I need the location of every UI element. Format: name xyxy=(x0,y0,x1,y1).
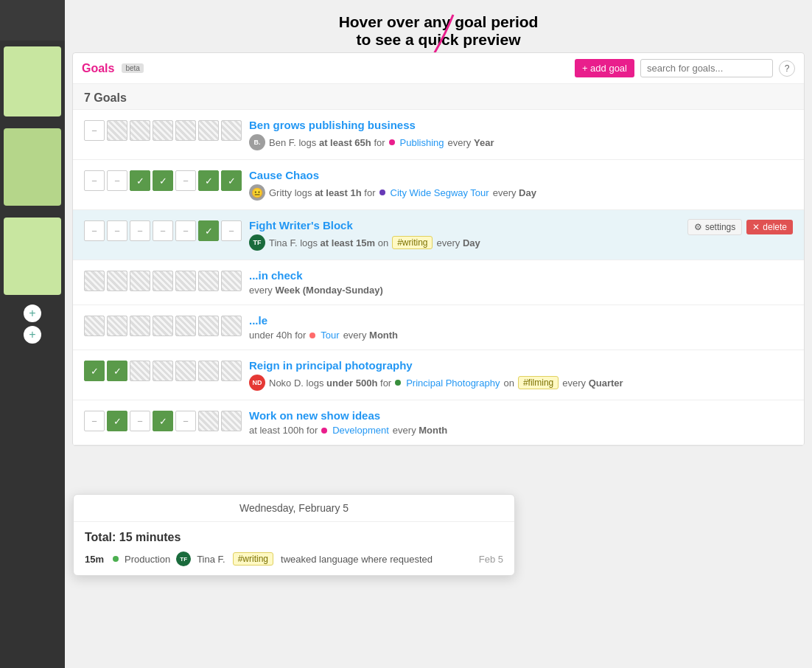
filming-tag[interactable]: #filming xyxy=(518,376,559,389)
goal-row-check: ...in check every Week (Monday-Sunday) xyxy=(73,260,804,305)
period-cell-hatched[interactable] xyxy=(198,120,219,141)
period-cell-hatched[interactable] xyxy=(107,271,127,291)
writing-tag[interactable]: #writing xyxy=(392,236,433,249)
period-cell-check[interactable]: ✓ xyxy=(107,361,127,381)
period-cell-hatched[interactable] xyxy=(198,361,219,381)
goal-meta-6: ND Noko D. logs under 500h for Principal… xyxy=(249,375,793,391)
goals-header-right: + add goal ? xyxy=(575,59,795,77)
project-link[interactable]: Publishing xyxy=(400,137,444,148)
period-cell-hatched[interactable] xyxy=(153,271,173,291)
production-dot xyxy=(113,556,119,562)
period-cell-hatched[interactable] xyxy=(130,271,150,291)
period-cell-hatched[interactable] xyxy=(175,316,196,336)
period-cell-hatched[interactable] xyxy=(221,120,242,141)
period-cell-hatched[interactable] xyxy=(130,316,150,336)
period-cell-check[interactable]: ✓ xyxy=(198,170,219,191)
period-cell[interactable]: − xyxy=(221,220,242,241)
period-cell-hatched[interactable] xyxy=(198,271,219,291)
period-cell[interactable]: − xyxy=(107,170,127,191)
tooltip-project: Production xyxy=(125,554,170,565)
period-cell-hatched[interactable] xyxy=(221,361,242,381)
period-cell-hatched[interactable] xyxy=(221,271,242,291)
add-button-2[interactable]: + xyxy=(24,326,41,344)
period-cell[interactable]: − xyxy=(84,120,105,141)
period-cells-1: − xyxy=(84,120,242,141)
period-cell[interactable]: − xyxy=(175,170,196,191)
period-cell-hatched[interactable] xyxy=(175,271,196,291)
period-cell-hatched[interactable] xyxy=(84,316,105,336)
goal-name-6[interactable]: Reign in principal photography xyxy=(249,359,413,372)
goal-info: Cause Chaos 😐 Gritty logs at least 1h fo… xyxy=(249,169,793,201)
period-cell[interactable]: − xyxy=(84,411,105,431)
goal-row-6: ✓ ✓ Reign in principal photography ND No… xyxy=(73,350,804,400)
period-cell[interactable]: − xyxy=(84,220,105,241)
tooltip-user: Tina F. xyxy=(197,554,225,565)
sidebar-panel-3 xyxy=(4,218,61,295)
period-cell-hatched[interactable] xyxy=(107,316,127,336)
add-button-1[interactable]: + xyxy=(24,305,41,322)
period-cell-hatched[interactable] xyxy=(198,316,219,336)
period-cell-check[interactable]: ✓ xyxy=(130,170,150,191)
period-cell-hatched[interactable] xyxy=(84,271,105,291)
period-cell-hatched[interactable] xyxy=(107,120,127,141)
period-cells-4 xyxy=(84,271,242,291)
goal-name-4[interactable]: ...in check xyxy=(249,269,303,282)
period-cell-check[interactable]: ✓ xyxy=(107,411,127,431)
goal-name-5[interactable]: ...le xyxy=(249,314,267,327)
goal-name-2[interactable]: Cause Chaos xyxy=(249,169,319,181)
period-cell-check[interactable]: ✓ xyxy=(153,411,173,431)
period-cell[interactable]: − xyxy=(130,411,150,431)
period-cell-hatched[interactable] xyxy=(221,316,242,336)
period-cell-hatched[interactable] xyxy=(175,361,196,381)
search-goals-input[interactable] xyxy=(640,59,773,77)
period-cell-check[interactable]: ✓ xyxy=(221,170,242,191)
period-cell-check[interactable]: ✓ xyxy=(84,361,105,381)
add-goal-button[interactable]: + add goal xyxy=(575,59,634,77)
settings-button[interactable]: ⚙ settings xyxy=(687,219,742,235)
period-cell-check[interactable]: ✓ xyxy=(198,220,219,241)
delete-button[interactable]: ✕ delete xyxy=(746,220,793,234)
period-cell[interactable]: − xyxy=(130,220,150,241)
goal-name-1[interactable]: Ben grows publishing business xyxy=(249,119,416,131)
sidebar-panel-2 xyxy=(4,128,61,206)
period-cells-7: − ✓ − ✓ − xyxy=(84,411,242,431)
period-cell[interactable]: − xyxy=(153,220,173,241)
period-cell-hatched[interactable] xyxy=(153,316,173,336)
goal-info-writers-block: Fight Writer's Block TF Tina F. logs at … xyxy=(249,219,680,251)
project-link[interactable]: Principal Photography xyxy=(406,378,500,389)
period-cell-check[interactable]: ✓ xyxy=(153,170,173,191)
period-cell-hatched[interactable] xyxy=(130,361,150,381)
annotation: Hover over any goal period to see a quic… xyxy=(65,0,812,52)
goal-meta-7: at least 100h for Development every Mont… xyxy=(249,425,793,436)
project-dot xyxy=(321,428,327,434)
tooltip-entry-date: Feb 5 xyxy=(479,554,503,565)
tooltip-avatar: TF xyxy=(176,552,191,566)
goal-meta-3: TF Tina F. logs at least 15m on #writing… xyxy=(249,234,680,251)
period-cell[interactable]: − xyxy=(84,170,105,191)
tooltip-entry: 15m Production TF Tina F. #writing tweak… xyxy=(85,552,503,566)
period-cell[interactable]: − xyxy=(107,220,127,241)
project-dot xyxy=(309,333,315,338)
period-cell-hatched[interactable] xyxy=(221,411,242,431)
goal-name-3[interactable]: Fight Writer's Block xyxy=(249,219,353,232)
help-button[interactable]: ? xyxy=(779,60,795,77)
project-link[interactable]: Development xyxy=(332,425,389,436)
period-cells-6: ✓ ✓ xyxy=(84,361,242,381)
period-cell[interactable]: − xyxy=(175,220,196,241)
project-link[interactable]: Tour xyxy=(321,330,339,341)
period-cell-hatched[interactable] xyxy=(175,120,196,141)
period-cells-3: − − − − − ✓ − xyxy=(84,220,242,241)
goal-info-4: ...in check every Week (Monday-Sunday) xyxy=(249,269,793,296)
goal-info-5: ...le under 40h for Tour every Month xyxy=(249,314,793,341)
goal-meta-1: B. Ben F. logs at least 65h for Publishi… xyxy=(249,134,793,150)
goal-info: Ben grows publishing business B. Ben F. … xyxy=(249,119,793,150)
period-cell-hatched[interactable] xyxy=(153,120,173,141)
sidebar-add-buttons: + + xyxy=(0,301,65,347)
period-cell-hatched[interactable] xyxy=(153,361,173,381)
period-cell[interactable]: − xyxy=(175,411,196,431)
goal-row-writers-block: − − − − − ✓ − Fight Writer's Block TF Ti… xyxy=(73,210,804,260)
period-cell-hatched[interactable] xyxy=(130,120,150,141)
project-link[interactable]: City Wide Segway Tour xyxy=(391,187,489,198)
goal-name-7[interactable]: Work on new show ideas xyxy=(249,409,380,422)
period-cell-hatched[interactable] xyxy=(198,411,219,431)
